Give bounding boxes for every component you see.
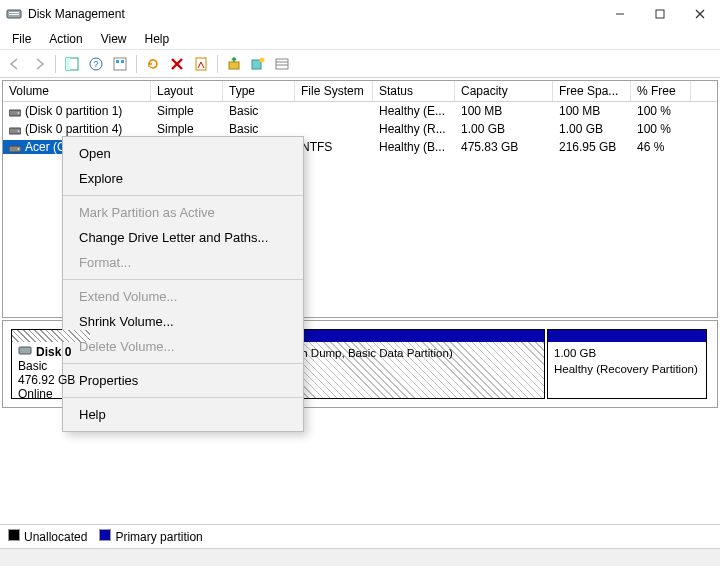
- volume-pctfree: 46 %: [631, 140, 691, 154]
- svg-rect-29: [19, 347, 31, 354]
- disk-label[interactable]: Disk 0 Basic 476.92 GB Online: [11, 329, 91, 399]
- col-filesystem[interactable]: File System: [295, 81, 373, 101]
- back-button[interactable]: [4, 53, 26, 75]
- wizard-button[interactable]: [247, 53, 269, 75]
- svg-rect-17: [229, 62, 239, 69]
- legend-primary: Primary partition: [99, 529, 202, 544]
- svg-rect-16: [196, 58, 206, 70]
- maximize-button[interactable]: [640, 0, 680, 28]
- svg-rect-12: [116, 60, 119, 63]
- svg-rect-13: [121, 60, 124, 63]
- col-pctfree[interactable]: % Free: [631, 81, 691, 101]
- svg-rect-2: [9, 14, 19, 15]
- svg-point-24: [18, 112, 20, 114]
- svg-point-26: [18, 130, 20, 132]
- context-menu-item[interactable]: Help: [63, 402, 303, 427]
- menu-help[interactable]: Help: [137, 30, 178, 48]
- disk-type: Basic: [18, 359, 84, 373]
- volume-capacity: 100 MB: [455, 104, 553, 118]
- separator: [136, 55, 137, 73]
- col-layout[interactable]: Layout: [151, 81, 223, 101]
- volume-pctfree: 100 %: [631, 104, 691, 118]
- list-view-button[interactable]: [271, 53, 293, 75]
- svg-rect-11: [114, 58, 126, 70]
- titlebar: Disk Management: [0, 0, 720, 28]
- context-menu-item: Extend Volume...: [63, 284, 303, 309]
- volume-status: Healthy (E...: [373, 104, 455, 118]
- menu-view[interactable]: View: [93, 30, 135, 48]
- col-type[interactable]: Type: [223, 81, 295, 101]
- context-menu-separator: [63, 397, 303, 398]
- menu-file[interactable]: File: [4, 30, 39, 48]
- svg-rect-20: [276, 59, 288, 69]
- window-controls: [600, 0, 720, 28]
- settings-button[interactable]: [109, 53, 131, 75]
- volume-list-header: Volume Layout Type File System Status Ca…: [3, 81, 717, 102]
- delete-button[interactable]: [166, 53, 188, 75]
- properties-button[interactable]: [190, 53, 212, 75]
- svg-point-19: [260, 57, 265, 62]
- statusbar: [0, 548, 720, 566]
- separator: [217, 55, 218, 73]
- menu-action[interactable]: Action: [41, 30, 90, 48]
- rescan-button[interactable]: [223, 53, 245, 75]
- col-status[interactable]: Status: [373, 81, 455, 101]
- col-free[interactable]: Free Spa...: [553, 81, 631, 101]
- context-menu-separator: [63, 195, 303, 196]
- context-menu: OpenExploreMark Partition as ActiveChang…: [62, 136, 304, 432]
- volume-icon: [9, 107, 21, 117]
- toolbar: ?: [0, 50, 720, 78]
- svg-rect-8: [66, 58, 70, 70]
- volume-layout: Simple: [151, 122, 223, 136]
- volume-layout: Simple: [151, 104, 223, 118]
- show-hide-tree-button[interactable]: [61, 53, 83, 75]
- col-capacity[interactable]: Capacity: [455, 81, 553, 101]
- volume-capacity: 475.83 GB: [455, 140, 553, 154]
- disk-size: 476.92 GB: [18, 373, 84, 387]
- context-menu-item: Format...: [63, 250, 303, 275]
- context-menu-item[interactable]: Explore: [63, 166, 303, 191]
- context-menu-separator: [63, 279, 303, 280]
- menubar: File Action View Help: [0, 28, 720, 50]
- window-title: Disk Management: [28, 7, 600, 21]
- separator: [55, 55, 56, 73]
- volume-capacity: 1.00 GB: [455, 122, 553, 136]
- partition[interactable]: 1.00 GBHealthy (Recovery Partition): [547, 329, 707, 399]
- context-menu-item[interactable]: Change Drive Letter and Paths...: [63, 225, 303, 250]
- context-menu-item[interactable]: Shrink Volume...: [63, 309, 303, 334]
- context-menu-item[interactable]: Open: [63, 141, 303, 166]
- volume-pctfree: 100 %: [631, 122, 691, 136]
- svg-point-28: [18, 148, 20, 150]
- disk-icon: [18, 344, 32, 359]
- volume-free: 1.00 GB: [553, 122, 631, 136]
- context-menu-item[interactable]: Properties: [63, 368, 303, 393]
- svg-rect-1: [9, 12, 19, 13]
- legend-unallocated: Unallocated: [8, 529, 87, 544]
- minimize-button[interactable]: [600, 0, 640, 28]
- refresh-button[interactable]: [142, 53, 164, 75]
- volume-icon: [9, 143, 21, 153]
- volume-free: 100 MB: [553, 104, 631, 118]
- volume-type: Basic: [223, 104, 295, 118]
- volume-free: 216.95 GB: [553, 140, 631, 154]
- help-button[interactable]: ?: [85, 53, 107, 75]
- app-icon: [6, 6, 22, 22]
- partition-header-bar: [548, 330, 706, 342]
- partition-status: Healthy (Recovery Partition): [554, 362, 700, 378]
- volume-row[interactable]: (Disk 0 partition 1)SimpleBasicHealthy (…: [3, 102, 717, 120]
- volume-status: Healthy (B...: [373, 140, 455, 154]
- svg-text:?: ?: [93, 59, 98, 69]
- forward-button[interactable]: [28, 53, 50, 75]
- disk-state: Online: [18, 387, 84, 401]
- legend: Unallocated Primary partition: [0, 524, 720, 548]
- volume-name: (Disk 0 partition 4): [25, 122, 122, 136]
- disk-title: Disk 0: [36, 345, 71, 359]
- svg-rect-4: [656, 10, 664, 18]
- context-menu-item: Mark Partition as Active: [63, 200, 303, 225]
- volume-status: Healthy (R...: [373, 122, 455, 136]
- close-button[interactable]: [680, 0, 720, 28]
- context-menu-separator: [63, 363, 303, 364]
- col-volume[interactable]: Volume: [3, 81, 151, 101]
- partition-size: 1.00 GB: [554, 346, 700, 362]
- volume-icon: [9, 125, 21, 135]
